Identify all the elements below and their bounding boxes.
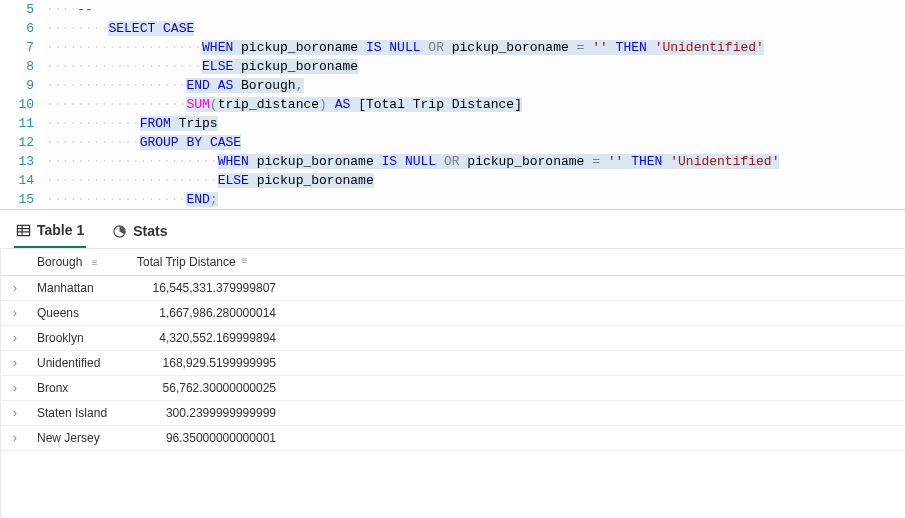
cell-filler — [284, 276, 905, 301]
code-content[interactable]: ····················WHEN pickup_boroname… — [44, 38, 905, 57]
cell-distance: 168,929.5199999995 — [129, 351, 284, 376]
line-number: 6 — [0, 19, 44, 38]
whitespace-indicator: ············ — [46, 135, 140, 150]
cell-distance: 300.2399999999999 — [129, 401, 284, 426]
tab-stats-label: Stats — [133, 223, 167, 239]
whitespace-indicator: ·················· — [46, 192, 186, 207]
line-number: 7 — [0, 38, 44, 57]
code-line[interactable]: 14······················ELSE pickup_boro… — [0, 171, 905, 190]
whitespace-indicator: ········ — [46, 21, 108, 36]
code-line[interactable]: 13······················WHEN pickup_boro… — [0, 152, 905, 171]
cell-borough: Staten Island — [29, 401, 129, 426]
cell-distance: 16,545,331.379999807 — [129, 276, 284, 301]
code-content[interactable]: ······················WHEN pickup_borona… — [44, 152, 905, 171]
line-number: 9 — [0, 76, 44, 95]
cell-distance: 56,762.30000000025 — [129, 376, 284, 401]
code-line[interactable]: 9··················END AS Borough, — [0, 76, 905, 95]
whitespace-indicator: ···················· — [46, 40, 202, 55]
column-borough[interactable]: Borough ≡ — [29, 249, 129, 276]
whitespace-indicator: ············ — [46, 116, 140, 131]
cell-filler — [284, 326, 905, 351]
cell-borough: Manhattan — [29, 276, 129, 301]
code-content[interactable]: ··················END; — [44, 190, 905, 209]
table-row[interactable]: ›New Jersey96.35000000000001 — [1, 426, 905, 451]
code-line[interactable]: 5····-- — [0, 0, 905, 19]
code-line[interactable]: 8····················ELSE pickup_boronam… — [0, 57, 905, 76]
cell-distance: 96.35000000000001 — [129, 426, 284, 451]
cell-distance: 1,667,986.280000014 — [129, 301, 284, 326]
code-line[interactable]: 6········SELECT CASE — [0, 19, 905, 38]
code-line[interactable]: 10··················SUM(trip_distance) A… — [0, 95, 905, 114]
results-grid: Borough ≡ Total Trip Distance ≡ ›Manhatt… — [1, 249, 905, 451]
tab-table1-label: Table 1 — [37, 222, 84, 238]
column-distance[interactable]: Total Trip Distance ≡ — [129, 249, 284, 276]
code-content[interactable]: ····················ELSE pickup_boroname — [44, 57, 905, 76]
svg-rect-0 — [17, 225, 29, 235]
whitespace-indicator: ·················· — [46, 78, 186, 93]
cell-filler — [284, 351, 905, 376]
whitespace-indicator: ······················ — [46, 154, 218, 169]
cell-borough: Bronx — [29, 376, 129, 401]
line-number: 8 — [0, 57, 44, 76]
column-menu-icon[interactable]: ≡ — [86, 257, 98, 268]
code-content[interactable]: ········SELECT CASE — [44, 19, 905, 38]
column-expand — [1, 249, 29, 276]
column-distance-label: Total Trip Distance — [137, 255, 236, 269]
tab-stats[interactable]: Stats — [110, 219, 169, 247]
column-filler — [284, 249, 905, 276]
line-number: 13 — [0, 152, 44, 171]
code-content[interactable]: ····-- — [44, 0, 905, 19]
whitespace-indicator: ···················· — [46, 59, 202, 74]
sql-editor[interactable]: 5····--6········SELECT CASE7············… — [0, 0, 905, 210]
line-number: 10 — [0, 95, 44, 114]
expand-row-icon[interactable]: › — [1, 276, 29, 301]
results-tabbar: Table 1 Stats — [0, 210, 905, 249]
table-row[interactable]: ›Brooklyn4,320,552.169999894 — [1, 326, 905, 351]
line-number: 15 — [0, 190, 44, 209]
whitespace-indicator: ······················ — [46, 173, 218, 188]
tab-table1[interactable]: Table 1 — [14, 218, 86, 248]
code-content[interactable]: ··················END AS Borough, — [44, 76, 905, 95]
expand-row-icon[interactable]: › — [1, 351, 29, 376]
cell-filler — [284, 426, 905, 451]
code-line[interactable]: 7····················WHEN pickup_boronam… — [0, 38, 905, 57]
code-content[interactable]: ··················SUM(trip_distance) AS … — [44, 95, 905, 114]
line-number: 14 — [0, 171, 44, 190]
table-row[interactable]: ›Unidentified168,929.5199999995 — [1, 351, 905, 376]
code-content[interactable]: ······················ELSE pickup_borona… — [44, 171, 905, 190]
code-line[interactable]: 12············GROUP BY CASE — [0, 133, 905, 152]
table-icon — [16, 223, 31, 238]
table-row[interactable]: ›Queens1,667,986.280000014 — [1, 301, 905, 326]
expand-row-icon[interactable]: › — [1, 301, 29, 326]
code-line[interactable]: 11············FROM Trips — [0, 114, 905, 133]
expand-row-icon[interactable]: › — [1, 426, 29, 451]
line-number: 12 — [0, 133, 44, 152]
cell-filler — [284, 301, 905, 326]
table-row[interactable]: ›Bronx56,762.30000000025 — [1, 376, 905, 401]
table-row[interactable]: ›Manhattan16,545,331.379999807 — [1, 276, 905, 301]
cell-distance: 4,320,552.169999894 — [129, 326, 284, 351]
code-content[interactable]: ············GROUP BY CASE — [44, 133, 905, 152]
cell-borough: Unidentified — [29, 351, 129, 376]
expand-row-icon[interactable]: › — [1, 326, 29, 351]
table-row[interactable]: ›Staten Island300.2399999999999 — [1, 401, 905, 426]
column-menu-icon[interactable]: ≡ — [236, 255, 248, 266]
cell-borough: Brooklyn — [29, 326, 129, 351]
expand-row-icon[interactable]: › — [1, 401, 29, 426]
cell-borough: Queens — [29, 301, 129, 326]
column-borough-label: Borough — [37, 255, 82, 269]
results-grid-container[interactable]: Borough ≡ Total Trip Distance ≡ ›Manhatt… — [0, 249, 905, 518]
line-number: 11 — [0, 114, 44, 133]
line-number: 5 — [0, 0, 44, 19]
whitespace-indicator: ···· — [46, 2, 77, 17]
stats-icon — [112, 224, 127, 239]
expand-row-icon[interactable]: › — [1, 376, 29, 401]
code-line[interactable]: 15··················END; — [0, 190, 905, 209]
whitespace-indicator: ·················· — [46, 97, 186, 112]
cell-borough: New Jersey — [29, 426, 129, 451]
cell-filler — [284, 376, 905, 401]
code-content[interactable]: ············FROM Trips — [44, 114, 905, 133]
cell-filler — [284, 401, 905, 426]
